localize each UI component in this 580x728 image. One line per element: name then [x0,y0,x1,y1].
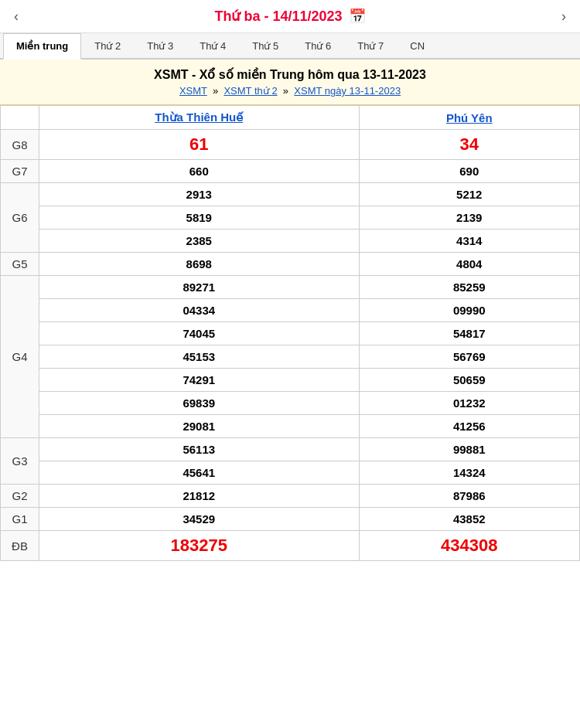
table-row: 0433409990 [1,299,580,322]
tab-thứ-6[interactable]: Thứ 6 [292,33,344,58]
tab-thứ-2[interactable]: Thứ 2 [81,33,134,58]
main-title: XSMT - Xổ số miền Trung hôm qua 13-11-20… [8,67,572,82]
cell-col1: 8698 [39,253,360,276]
row-label-g3: G3 [1,438,39,485]
cell-col2: 09990 [359,299,579,322]
table-row: 7404554817 [1,322,580,345]
cell-col1: 74291 [39,369,360,392]
row-label-g7: G7 [1,160,39,183]
cell-col2: 434308 [359,531,579,561]
table-row: G86134 [1,130,580,160]
table-row: G48927185259 [1,276,580,299]
col2-header-link[interactable]: Phú Yên [446,111,493,124]
cell-col2: 690 [359,160,579,183]
cell-col1: 660 [39,160,360,183]
header-title: Thứ ba - 14/11/2023 📅 [214,8,365,25]
cell-col2: 41256 [359,415,579,438]
col-empty [1,106,39,130]
row-label-g6: G6 [1,183,39,253]
breadcrumb: XSMT » XSMT thứ 2 » XSMT ngày 13-11-2023 [8,85,572,97]
tab-bar: Miền trungThứ 2Thứ 3Thứ 4Thứ 5Thứ 6Thứ 7… [0,33,580,60]
cell-col2: 4804 [359,253,579,276]
cell-col2: 54817 [359,322,579,345]
table-row: G22181287986 [1,485,580,508]
cell-col2: 14324 [359,461,579,485]
tab-miền-trung[interactable]: Miền trung [3,33,81,60]
cell-col2: 5212 [359,183,579,206]
cell-col1: 89271 [39,276,360,299]
table-row: G7660690 [1,160,580,183]
tab-cn[interactable]: CN [397,33,438,58]
cell-col1: 61 [39,130,360,160]
cell-col1: 183275 [39,531,360,561]
breadcrumb-link-3[interactable]: XSMT ngày 13-11-2023 [294,85,401,97]
cell-col2: 50659 [359,369,579,392]
cell-col2: 01232 [359,392,579,415]
cell-col1: 21812 [39,485,360,508]
breadcrumb-link-2[interactable]: XSMT thứ 2 [223,85,277,97]
row-label-g8: G8 [1,130,39,160]
cell-col2: 2139 [359,206,579,230]
table-row: 58192139 [1,206,580,230]
cell-col1: 04334 [39,299,360,322]
table-row: 7429150659 [1,369,580,392]
table-row: G35611399881 [1,438,580,461]
cell-col1: 56113 [39,438,360,461]
cell-col1: 5819 [39,206,360,230]
row-label-g2: G2 [1,485,39,508]
table-row: 23854314 [1,230,580,253]
cell-col2: 85259 [359,276,579,299]
header-title-text: Thứ ba - 14/11/2023 [214,8,342,25]
row-label-g4: G4 [1,276,39,438]
prev-button[interactable]: ‹ [6,5,26,28]
col1-header[interactable]: Thừa Thiên Huế [39,106,360,130]
breadcrumb-link-1[interactable]: XSMT [179,85,207,97]
col2-header[interactable]: Phú Yên [359,106,579,130]
cell-col1: 74045 [39,322,360,345]
cell-col1: 29081 [39,415,360,438]
lottery-table: Thừa Thiên Huế Phú Yên G86134G7660690G62… [0,105,580,561]
cell-col2: 56769 [359,345,579,369]
cell-col1: 45153 [39,345,360,369]
cell-col2: 34 [359,130,579,160]
cell-col1: 45641 [39,461,360,485]
info-block: XSMT - Xổ số miền Trung hôm qua 13-11-20… [0,60,580,105]
tab-thứ-7[interactable]: Thứ 7 [344,33,397,58]
cell-col1: 69839 [39,392,360,415]
page-header: ‹ Thứ ba - 14/11/2023 📅 › [0,0,580,33]
cell-col2: 87986 [359,485,579,508]
row-label-g5: G5 [1,253,39,276]
table-row: 6983901232 [1,392,580,415]
table-row: 4515356769 [1,345,580,369]
row-label-đb: ĐB [1,531,39,561]
tab-thứ-3[interactable]: Thứ 3 [134,33,186,58]
tab-thứ-5[interactable]: Thứ 5 [239,33,292,58]
cell-col2: 43852 [359,508,579,531]
cell-col1: 2385 [39,230,360,253]
cell-col2: 99881 [359,438,579,461]
col1-header-link[interactable]: Thừa Thiên Huế [155,111,243,124]
table-row: ĐB183275434308 [1,531,580,561]
table-row: 2908141256 [1,415,580,438]
row-label-g1: G1 [1,508,39,531]
cell-col2: 4314 [359,230,579,253]
tab-thứ-4[interactable]: Thứ 4 [186,33,239,58]
cell-col1: 34529 [39,508,360,531]
table-row: G586984804 [1,253,580,276]
table-row: G629135212 [1,183,580,206]
next-button[interactable]: › [554,5,574,28]
table-row: 4564114324 [1,461,580,485]
table-row: G13452943852 [1,508,580,531]
calendar-icon: 📅 [349,8,366,25]
cell-col1: 2913 [39,183,360,206]
